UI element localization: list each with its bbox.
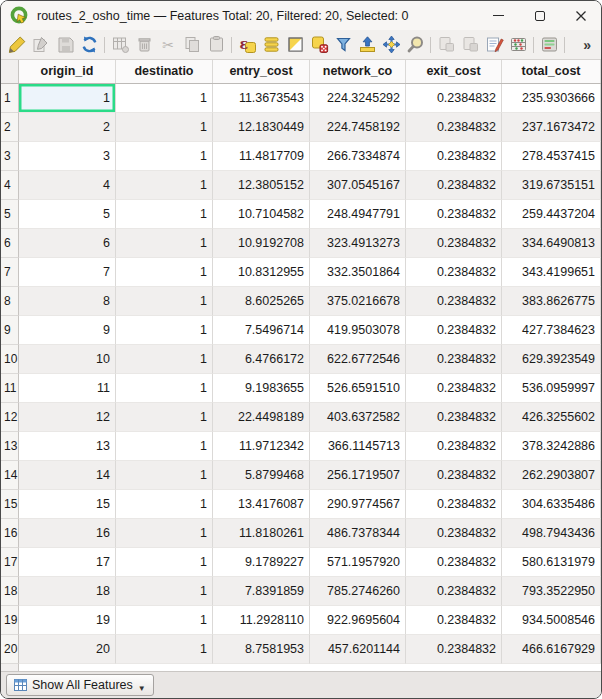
row-number[interactable]: 20 — [1, 635, 19, 664]
cell[interactable]: 1 — [116, 374, 213, 403]
cell[interactable]: 366.1145713 — [310, 432, 406, 461]
column-header-total-cost[interactable]: total_cost — [502, 60, 601, 83]
cell[interactable]: 1 — [116, 84, 213, 113]
cell[interactable]: 0.2384832 — [406, 316, 502, 345]
cell[interactable]: 224.3245292 — [310, 84, 406, 113]
cell[interactable]: 14 — [19, 461, 116, 490]
cell[interactable]: 7.5496714 — [213, 316, 310, 345]
cell[interactable]: 0.2384832 — [406, 519, 502, 548]
cell[interactable]: 9.1789227 — [213, 548, 310, 577]
cell[interactable]: 10 — [19, 345, 116, 374]
row-number[interactable]: 13 — [1, 432, 19, 461]
minimize-button[interactable] — [478, 1, 519, 30]
cell[interactable]: 290.9774567 — [310, 490, 406, 519]
cell[interactable]: 10.7104582 — [213, 200, 310, 229]
cell[interactable]: 498.7943436 — [502, 519, 601, 548]
toggle-editing-button[interactable] — [5, 33, 29, 57]
row-number[interactable]: 16 — [1, 519, 19, 548]
cell[interactable]: 1 — [116, 519, 213, 548]
row-number[interactable]: 10 — [1, 345, 19, 374]
cell[interactable]: 426.3255602 — [502, 403, 601, 432]
cell[interactable]: 334.6490813 — [502, 229, 601, 258]
cell[interactable]: 11.2928110 — [213, 606, 310, 635]
cell[interactable]: 11.8180261 — [213, 519, 310, 548]
conditional-formatting-button[interactable] — [482, 33, 506, 57]
more-tools-chevron[interactable]: » — [583, 37, 591, 53]
cell[interactable]: 785.2746260 — [310, 577, 406, 606]
cell[interactable]: 1 — [116, 345, 213, 374]
cell[interactable]: 8 — [19, 287, 116, 316]
cell[interactable]: 793.3522950 — [502, 577, 601, 606]
cell[interactable]: 580.6131979 — [502, 548, 601, 577]
cell[interactable]: 0.2384832 — [406, 635, 502, 664]
cell[interactable]: 256.1719507 — [310, 461, 406, 490]
cell[interactable]: 486.7378344 — [310, 519, 406, 548]
cell[interactable]: 224.7458192 — [310, 113, 406, 142]
cell[interactable]: 0.2384832 — [406, 374, 502, 403]
cell[interactable]: 0.2384832 — [406, 577, 502, 606]
cell[interactable]: 1 — [116, 432, 213, 461]
cell[interactable]: 332.3501864 — [310, 258, 406, 287]
cell[interactable]: 262.2903807 — [502, 461, 601, 490]
cell[interactable]: 0.2384832 — [406, 432, 502, 461]
cell[interactable]: 571.1957920 — [310, 548, 406, 577]
cell[interactable]: 11.4817709 — [213, 142, 310, 171]
row-number[interactable]: 2 — [1, 113, 19, 142]
cell[interactable]: 427.7384623 — [502, 316, 601, 345]
cell[interactable]: 19 — [19, 606, 116, 635]
cell[interactable]: 15 — [19, 490, 116, 519]
pan-to-selection-button[interactable] — [379, 33, 403, 57]
cell[interactable]: 0.2384832 — [406, 229, 502, 258]
cell[interactable]: 526.6591510 — [310, 374, 406, 403]
cell[interactable]: 307.0545167 — [310, 171, 406, 200]
cell[interactable]: 278.4537415 — [502, 142, 601, 171]
row-number[interactable]: 12 — [1, 403, 19, 432]
cell[interactable]: 237.1673472 — [502, 113, 601, 142]
cell[interactable]: 1 — [116, 200, 213, 229]
reload-button[interactable] — [77, 33, 101, 57]
cell[interactable]: 259.4437204 — [502, 200, 601, 229]
cell[interactable]: 18 — [19, 577, 116, 606]
select-all-button[interactable] — [259, 33, 283, 57]
cell[interactable]: 0.2384832 — [406, 200, 502, 229]
select-by-expression-button[interactable]: ε — [235, 33, 259, 57]
cell[interactable]: 17 — [19, 548, 116, 577]
row-number[interactable]: 18 — [1, 577, 19, 606]
row-number[interactable]: 5 — [1, 200, 19, 229]
cell[interactable]: 304.6335486 — [502, 490, 601, 519]
row-number[interactable]: 14 — [1, 461, 19, 490]
cell[interactable]: 1 — [116, 316, 213, 345]
cell[interactable]: 403.6372582 — [310, 403, 406, 432]
column-header-destinatio[interactable]: destinatio — [116, 60, 213, 83]
cell[interactable]: 419.9503078 — [310, 316, 406, 345]
cell[interactable]: 0.2384832 — [406, 258, 502, 287]
cell[interactable]: 5.8799468 — [213, 461, 310, 490]
cell[interactable]: 22.4498189 — [213, 403, 310, 432]
cell[interactable]: 0.2384832 — [406, 84, 502, 113]
cell[interactable]: 1 — [116, 490, 213, 519]
cell[interactable]: 0.2384832 — [406, 287, 502, 316]
cell[interactable]: 11 — [19, 374, 116, 403]
column-header-exit-cost[interactable]: exit_cost — [406, 60, 502, 83]
cell[interactable]: 11.9712342 — [213, 432, 310, 461]
cell[interactable]: 1 — [19, 84, 116, 113]
cell[interactable]: 1 — [116, 635, 213, 664]
maximize-button[interactable] — [519, 1, 560, 30]
cell[interactable]: 6 — [19, 229, 116, 258]
cell[interactable]: 1 — [116, 577, 213, 606]
cell[interactable]: 7.8391859 — [213, 577, 310, 606]
cell[interactable]: 378.3242886 — [502, 432, 601, 461]
cell[interactable]: 1 — [116, 171, 213, 200]
cell[interactable]: 1 — [116, 548, 213, 577]
row-number[interactable]: 19 — [1, 606, 19, 635]
cell[interactable]: 0.2384832 — [406, 490, 502, 519]
cell[interactable]: 5 — [19, 200, 116, 229]
row-number[interactable]: 11 — [1, 374, 19, 403]
cell[interactable]: 16 — [19, 519, 116, 548]
cell[interactable]: 0.2384832 — [406, 171, 502, 200]
cell[interactable]: 1 — [116, 142, 213, 171]
cell[interactable]: 248.4947791 — [310, 200, 406, 229]
row-number[interactable]: 7 — [1, 258, 19, 287]
cell[interactable]: 536.0959997 — [502, 374, 601, 403]
row-number[interactable]: 1 — [1, 84, 19, 113]
